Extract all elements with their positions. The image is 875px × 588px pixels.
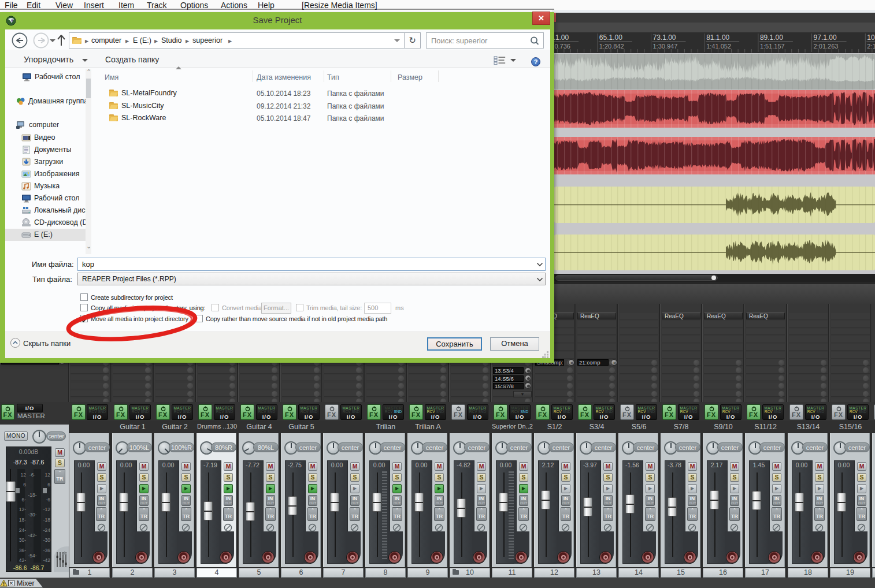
svg-text:73.1.00: 73.1.00 <box>653 34 676 42</box>
svg-text:1:10.736: 1:10.736 <box>552 43 570 50</box>
svg-text:97.1.00: 97.1.00 <box>814 34 837 42</box>
svg-text:81.1.00: 81.1.00 <box>706 34 729 42</box>
svg-text:57.1.00: 57.1.00 <box>552 34 569 42</box>
svg-text:105.1.00: 105.1.00 <box>867 34 875 42</box>
svg-text:89.1.00: 89.1.00 <box>760 34 783 42</box>
svg-text:2:11.368: 2:11.368 <box>867 43 875 50</box>
svg-text:1:41.052: 1:41.052 <box>706 43 731 50</box>
svg-text:2:01.263: 2:01.263 <box>814 43 839 50</box>
svg-text:1:51.157: 1:51.157 <box>760 43 785 50</box>
svg-text:1:20.842: 1:20.842 <box>599 43 624 50</box>
svg-text:65.1.00: 65.1.00 <box>599 34 622 42</box>
svg-text:1:30.947: 1:30.947 <box>653 43 678 50</box>
